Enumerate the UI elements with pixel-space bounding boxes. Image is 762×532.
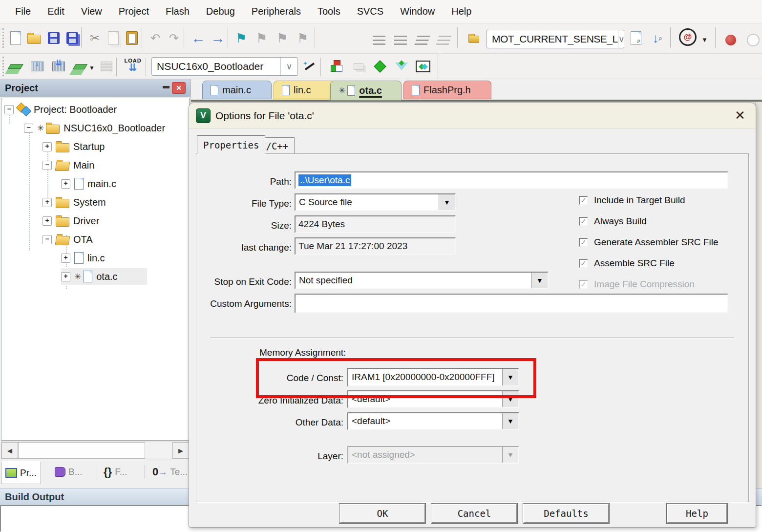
open-file-icon[interactable] xyxy=(25,29,43,47)
navigate-forward-icon[interactable]: → xyxy=(209,29,227,47)
dropdown-arrow-icon[interactable]: ▼ xyxy=(502,391,518,407)
find-in-document-icon[interactable]: ⌕ xyxy=(627,29,645,47)
path-input[interactable]: ..\User\ota.c xyxy=(295,171,728,189)
checkbox-include-in-target-build[interactable]: ✓ Include in Target Build xyxy=(579,195,685,206)
checkbox-icon[interactable]: ✓ xyxy=(579,238,588,247)
bookmark-toggle-icon[interactable]: ⚑ xyxy=(233,29,250,47)
pack-installer-icon[interactable] xyxy=(414,58,432,75)
project-horizontal-scrollbar[interactable]: ◀ ▶ xyxy=(1,442,190,459)
chevron-down-icon[interactable]: ∨ xyxy=(280,58,297,75)
expand-icon[interactable]: + xyxy=(42,216,52,226)
ok-button[interactable]: OK xyxy=(339,504,425,523)
tree-row-main-group[interactable]: − Main xyxy=(42,157,94,173)
menu-debug[interactable]: Debug xyxy=(198,0,243,23)
copy-icon[interactable] xyxy=(105,29,122,47)
menu-file[interactable]: File xyxy=(7,0,39,23)
search-target-combobox[interactable]: MOT_CURRENT_SENSE_L ∨ xyxy=(487,30,624,48)
scroll-right-icon[interactable]: ▶ xyxy=(172,442,189,459)
find-in-files-icon[interactable] xyxy=(465,29,483,47)
redo-icon[interactable]: ↷ xyxy=(165,29,183,47)
comment-icon[interactable] xyxy=(413,32,431,50)
dropdown-arrow-icon[interactable]: ▼ xyxy=(502,413,518,429)
menu-svcs[interactable]: SVCS xyxy=(349,0,392,23)
quick-search-caret-icon[interactable]: ▼ xyxy=(701,36,708,43)
menu-tools[interactable]: Tools xyxy=(309,0,349,23)
collapse-icon[interactable]: − xyxy=(4,105,14,114)
quick-search-icon[interactable]: @ xyxy=(679,28,697,46)
zero-init-combobox[interactable]: <default> ▼ xyxy=(347,390,519,408)
menu-peripherals[interactable]: Peripherals xyxy=(243,0,309,23)
menu-edit[interactable]: Edit xyxy=(39,0,72,23)
build-icon[interactable]: ↓ xyxy=(28,58,46,75)
checkbox-icon[interactable]: ✓ xyxy=(579,259,588,268)
close-icon[interactable]: ✕ xyxy=(731,108,749,123)
cancel-button[interactable]: Cancel xyxy=(431,504,517,523)
save-all-icon[interactable] xyxy=(64,29,81,47)
bottom-tab-functions[interactable]: {} F... xyxy=(100,461,131,483)
menu-project[interactable]: Project xyxy=(110,0,157,23)
batch-build-icon[interactable] xyxy=(71,58,89,75)
checkbox-assemble-src-file[interactable]: ✓ Assemble SRC File xyxy=(579,258,675,269)
tab-ota-c-active[interactable]: ✳ ota.c xyxy=(330,81,402,101)
tree-row-main-c[interactable]: + main.c xyxy=(61,175,116,192)
tree-row-ota-c-selected[interactable]: + ✳ ota.c xyxy=(61,268,147,285)
toolbar-grip2[interactable] xyxy=(2,57,5,76)
dropdown-arrow-icon[interactable]: ▼ xyxy=(439,194,455,210)
code-const-combobox[interactable]: IRAM1 [0x20000000-0x20000FFF] ▼ xyxy=(347,368,519,386)
tree-row-driver[interactable]: + Driver xyxy=(42,213,99,229)
target-options-wand-icon[interactable]: ✦ xyxy=(301,58,318,75)
scroll-left-icon[interactable]: ◀ xyxy=(1,442,18,459)
file-type-combobox[interactable]: C Source file ▼ xyxy=(295,193,456,211)
tree-row-target[interactable]: − ✳ NSUC16x0_Bootloader xyxy=(24,120,165,136)
undo-icon[interactable]: ↶ xyxy=(147,29,164,47)
menu-view[interactable]: View xyxy=(73,0,110,23)
tree-row-system[interactable]: + System xyxy=(42,194,106,211)
tree-row-lin-c[interactable]: + lin.c xyxy=(61,250,105,266)
bottom-tab-books[interactable]: B... xyxy=(51,461,86,483)
menu-flash[interactable]: Flash xyxy=(157,0,198,23)
expand-icon[interactable]: + xyxy=(61,272,70,281)
rebuild-all-icon[interactable]: ⇊ xyxy=(50,58,67,75)
select-packs-funnel-icon[interactable] xyxy=(393,58,410,75)
save-icon[interactable] xyxy=(45,29,63,47)
chevron-down-icon[interactable]: ∨ xyxy=(618,30,625,48)
expand-icon[interactable]: + xyxy=(42,142,52,151)
stop-on-exit-combobox[interactable]: Not specified ▼ xyxy=(295,272,549,289)
manage-components-icon[interactable] xyxy=(328,58,346,75)
indent-right-icon[interactable] xyxy=(370,32,388,50)
toolbar-grip[interactable] xyxy=(2,28,5,48)
checkbox-icon[interactable]: ✓ xyxy=(579,196,588,205)
bottom-tab-templates[interactable]: 0 → Te... xyxy=(148,461,191,483)
collapse-icon[interactable]: − xyxy=(42,161,52,170)
target-select-combobox[interactable]: NSUC16x0_Bootloader ∨ xyxy=(151,57,298,76)
bookmark-prev-icon[interactable]: ⚑ xyxy=(253,29,271,47)
uncomment-icon[interactable] xyxy=(435,32,452,50)
collapse-icon[interactable]: − xyxy=(24,124,33,133)
menu-help[interactable]: Help xyxy=(443,0,480,23)
checkbox-generate-assembler-src[interactable]: ✓ Generate Assembler SRC File xyxy=(579,237,719,248)
dialog-tab-properties[interactable]: Properties xyxy=(197,135,265,154)
dropdown-arrow-icon[interactable]: ▼ xyxy=(502,369,518,385)
dropdown-arrow-icon[interactable]: ▼ xyxy=(531,273,548,288)
load-icon[interactable]: LOAD ⇊ xyxy=(123,58,143,71)
breakpoint-disabled-icon[interactable] xyxy=(744,31,762,49)
help-button[interactable]: Help xyxy=(667,504,727,523)
tree-row-ota-group[interactable]: − OTA xyxy=(42,231,93,248)
other-data-combobox[interactable]: <default> ▼ xyxy=(347,412,519,430)
paste-icon[interactable] xyxy=(123,29,141,47)
close-panel-icon[interactable]: ✕ xyxy=(172,82,186,94)
menu-window[interactable]: Window xyxy=(392,0,443,23)
collapse-icon[interactable]: − xyxy=(42,235,52,244)
cut-icon[interactable]: ✂ xyxy=(86,29,104,47)
indent-left-icon[interactable] xyxy=(392,32,409,50)
incremental-find-icon[interactable]: ↓⌕ xyxy=(649,29,666,47)
scroll-thumb[interactable] xyxy=(18,442,145,459)
expand-icon[interactable]: + xyxy=(61,179,70,189)
expand-icon[interactable]: + xyxy=(42,198,52,207)
expand-icon[interactable]: + xyxy=(61,254,70,263)
custom-arguments-input[interactable] xyxy=(295,294,728,313)
tree-row-project-root[interactable]: − Project: Bootloader xyxy=(4,101,117,118)
breakpoint-icon[interactable] xyxy=(722,31,740,49)
bottom-tab-project[interactable]: Pr... xyxy=(1,461,41,484)
batch-build-caret-icon[interactable]: ▼ xyxy=(89,64,95,71)
